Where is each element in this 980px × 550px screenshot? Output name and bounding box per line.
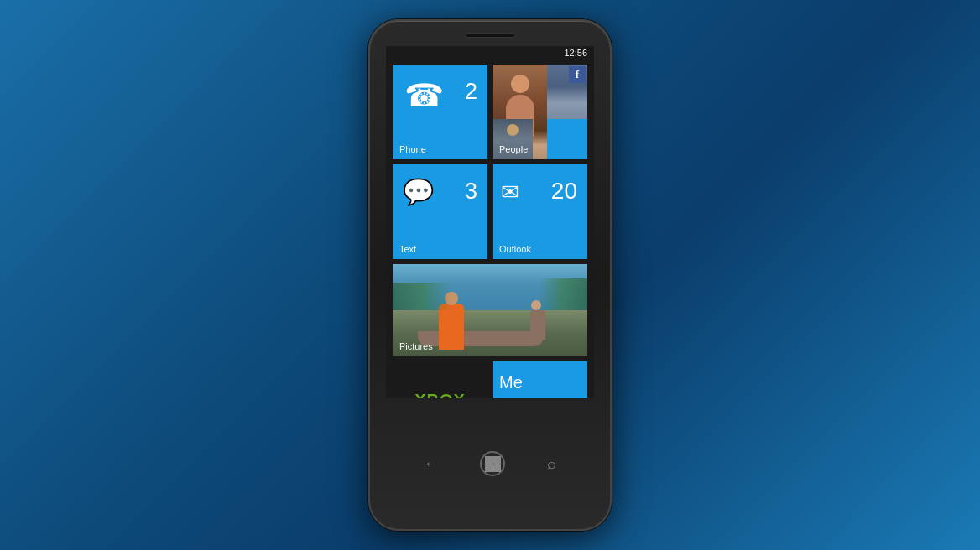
text-icon: 💬 [403,179,434,205]
phone-screen: 12:56 → ☎ 2 Phone f [386,46,594,398]
me-label: Me [499,373,523,392]
status-time: 12:56 [564,48,587,58]
outlook-count: 20 [551,178,577,205]
phone-label: Phone [399,144,426,154]
text-label: Text [399,244,416,254]
text-count: 3 [464,178,477,205]
figure-child [439,304,464,350]
outlook-tile[interactable]: ✉ 20 Outlook [493,164,587,259]
tile-row-4: XBOX LIVE Games Me [393,361,587,398]
tile-row-1: ☎ 2 Phone f People [393,65,587,159]
games-tile[interactable]: XBOX LIVE Games [393,361,487,398]
xbox-text: XBOX [414,392,466,399]
phone-device: 12:56 → ☎ 2 Phone f [368,19,612,531]
people-photo-2: f [547,65,587,119]
search-button[interactable]: ⌕ [547,455,556,473]
phone-icon: ☎ [404,80,444,112]
facebook-badge: f [569,66,586,83]
phone-bottom-nav: ← ⌕ [386,398,594,529]
pictures-tile[interactable]: Pictures [393,264,587,356]
me-tile[interactable]: Me [493,361,587,398]
pictures-label: Pictures [399,341,433,351]
status-bar: 12:56 [386,46,594,61]
phone-count: 2 [464,78,477,105]
people-label: People [499,144,528,154]
people-tile[interactable]: f People [493,65,587,159]
tile-row-3: Pictures [393,264,587,356]
windows-button[interactable] [480,451,505,476]
back-button[interactable]: ← [424,455,439,473]
windows-logo-icon [485,456,501,472]
outlook-label: Outlook [499,244,531,254]
phone-tile[interactable]: ☎ 2 Phone [393,65,487,159]
tile-row-2: 💬 3 Text ✉ 20 Outlook [393,164,587,259]
tiles-container: ☎ 2 Phone f People 💬 [386,65,594,398]
text-tile[interactable]: 💬 3 Text [393,164,487,259]
me-tile-top: Me [493,361,587,398]
phone-speaker [465,33,515,38]
xbox-logo: XBOX LIVE [413,392,468,399]
outlook-icon: ✉ [501,181,519,203]
